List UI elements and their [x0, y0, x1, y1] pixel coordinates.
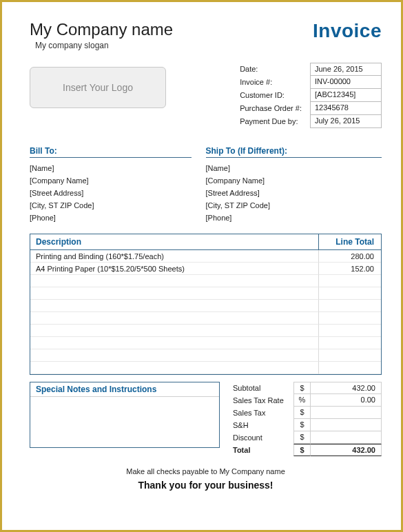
bill-to-street[interactable]: [Street Address] [30, 187, 206, 199]
line-item-total[interactable] [319, 287, 381, 300]
ship-to-block: Ship To (If Different): [Name] [Company … [206, 146, 382, 224]
meta-label-invoice-no: Invoice #: [240, 76, 302, 89]
ship-to-name[interactable]: [Name] [206, 162, 382, 174]
line-item-total[interactable]: 152.00 [319, 263, 381, 275]
sh-unit: $ [293, 419, 310, 431]
total-label: Total [230, 446, 293, 454]
taxrate-unit: % [293, 394, 310, 407]
totals-row-discount: Discount $ [230, 431, 382, 444]
sh-value[interactable] [310, 419, 382, 431]
line-item-total[interactable] [319, 337, 381, 349]
meta-value-due[interactable]: July 26, 2015 [310, 115, 382, 128]
line-item-total[interactable] [319, 362, 381, 374]
line-items-header: Description Line Total [30, 234, 381, 250]
col-header-line-total: Line Total [319, 234, 381, 249]
meta-label-date: Date: [240, 63, 302, 76]
line-item-row [30, 337, 381, 349]
line-item-total[interactable] [319, 275, 381, 287]
bill-to-heading: Bill To: [30, 146, 192, 158]
meta-values: June 26, 2015 INV-00000 [ABC12345] 12345… [310, 63, 382, 128]
line-item-row [30, 325, 381, 337]
line-item-total[interactable] [319, 349, 381, 362]
ship-to-citystzip[interactable]: [City, ST ZIP Code] [206, 199, 382, 212]
bill-to-company[interactable]: [Company Name] [30, 174, 206, 187]
salestax-unit: $ [293, 407, 310, 419]
line-item-row [30, 300, 381, 312]
line-item-row [30, 287, 381, 300]
notes-heading: Special Notes and Instructions [30, 382, 219, 397]
line-item-total[interactable]: 280.00 [319, 250, 381, 263]
meta-label-po: Purchase Order #: [240, 102, 302, 115]
bill-to-name[interactable]: [Name] [30, 162, 206, 174]
notes-box[interactable]: Special Notes and Instructions [30, 382, 220, 448]
line-item-row [30, 312, 381, 325]
subtotal-value: 432.00 [310, 382, 382, 394]
company-block: My Company name My company slogan [30, 20, 173, 50]
meta-value-po[interactable]: 12345678 [310, 102, 382, 115]
invoice-title: Invoice [313, 20, 382, 42]
line-items-table: Description Line Total Printing and Bind… [30, 234, 382, 375]
payable-text: Make all checks payable to My Company na… [30, 467, 382, 475]
line-item-description[interactable] [30, 362, 319, 374]
line-item-row [30, 349, 381, 362]
line-item-description[interactable] [30, 337, 319, 349]
line-item-row: A4 Printing Paper (10*$15.20/5*500 Sheet… [30, 263, 381, 275]
line-item-row: Printing and Binding (160*$1.75/each)280… [30, 250, 381, 263]
discount-label: Discount [230, 433, 293, 442]
company-slogan: My company slogan [35, 41, 173, 50]
header-row: My Company name My company slogan Invoic… [30, 20, 382, 50]
line-item-row [30, 362, 381, 374]
totals-row-taxrate: Sales Tax Rate % 0.00 [230, 394, 382, 407]
logo-placeholder-text: Insert Your Logo [63, 82, 133, 93]
ship-to-heading: Ship To (If Different): [206, 146, 382, 158]
taxrate-label: Sales Tax Rate [230, 396, 293, 405]
totals-row-sh: S&H $ [230, 419, 382, 431]
meta-value-invoice-no[interactable]: INV-00000 [310, 76, 382, 89]
line-item-row [30, 275, 381, 287]
line-item-description[interactable] [30, 325, 319, 337]
totals-row-subtotal: Subtotal $ 432.00 [230, 382, 382, 394]
line-item-description[interactable] [30, 300, 319, 312]
company-name: My Company name [30, 20, 173, 39]
ship-to-company[interactable]: [Company Name] [206, 174, 382, 187]
bottom-row: Special Notes and Instructions Subtotal … [30, 382, 382, 456]
meta-value-customer-id[interactable]: [ABC12345] [310, 89, 382, 102]
line-item-description[interactable] [30, 349, 319, 362]
line-item-total[interactable] [319, 300, 381, 312]
discount-unit: $ [293, 431, 310, 444]
meta-label-due: Payment Due by: [240, 115, 302, 128]
totals-row-total: Total $ 432.00 [230, 444, 382, 456]
sh-label: S&H [230, 421, 293, 429]
meta-labels: Date: Invoice #: Customer ID: Purchase O… [240, 63, 310, 128]
line-item-total[interactable] [319, 312, 381, 325]
discount-value[interactable] [310, 431, 382, 444]
meta-value-date[interactable]: June 26, 2015 [310, 63, 382, 76]
line-item-description[interactable]: A4 Printing Paper (10*$15.20/5*500 Sheet… [30, 263, 319, 275]
totals-row-salestax: Sales Tax $ [230, 407, 382, 419]
ship-to-phone[interactable]: [Phone] [206, 212, 382, 224]
invoice-document: My Company name My company slogan Invoic… [0, 0, 403, 532]
top-info-row: Insert Your Logo Date: Invoice #: Custom… [30, 63, 382, 128]
total-value: 432.00 [310, 444, 382, 456]
meta-label-customer-id: Customer ID: [240, 89, 302, 102]
subtotal-label: Subtotal [230, 384, 293, 392]
bill-to-citystzip[interactable]: [City, ST ZIP Code] [30, 199, 206, 212]
address-row: Bill To: [Name] [Company Name] [Street A… [30, 146, 382, 224]
ship-to-street[interactable]: [Street Address] [206, 187, 382, 199]
salestax-label: Sales Tax [230, 409, 293, 417]
taxrate-value[interactable]: 0.00 [310, 394, 382, 407]
line-item-description[interactable] [30, 275, 319, 287]
salestax-value [310, 407, 382, 419]
subtotal-unit: $ [293, 382, 310, 394]
line-item-total[interactable] [319, 325, 381, 337]
bill-to-phone[interactable]: [Phone] [30, 212, 206, 224]
line-item-description[interactable] [30, 287, 319, 300]
totals-block: Subtotal $ 432.00 Sales Tax Rate % 0.00 … [230, 382, 382, 456]
line-item-description[interactable]: Printing and Binding (160*$1.75/each) [30, 250, 319, 263]
line-items-body: Printing and Binding (160*$1.75/each)280… [30, 250, 381, 374]
total-unit: $ [293, 444, 310, 456]
line-item-description[interactable] [30, 312, 319, 325]
thankyou-text: Thank you for your business! [30, 480, 382, 491]
logo-placeholder[interactable]: Insert Your Logo [30, 67, 166, 108]
col-header-description: Description [30, 234, 319, 249]
